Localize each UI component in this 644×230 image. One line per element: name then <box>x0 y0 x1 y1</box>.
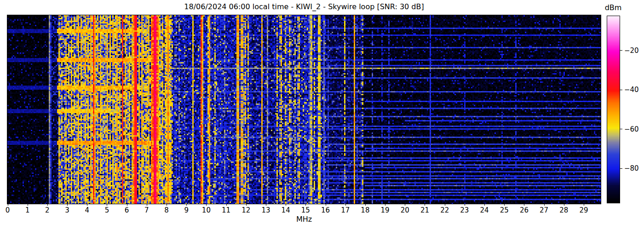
x-tick-label: 12 <box>238 206 254 214</box>
x-tick-label: 8 <box>158 206 175 214</box>
x-tick-label: 19 <box>377 206 393 214</box>
colorbar-tick-label: −80 <box>624 164 643 172</box>
x-tick-label: 1 <box>19 206 36 214</box>
x-tick-mark <box>107 204 107 206</box>
colorbar-tick-label: −40 <box>624 86 643 94</box>
x-tick-mark <box>8 204 8 206</box>
waterfall-canvas <box>7 15 601 204</box>
x-tick-mark <box>226 204 227 206</box>
x-tick-label: 5 <box>98 206 115 214</box>
x-tick-mark <box>445 204 445 206</box>
x-tick-mark <box>87 204 87 206</box>
x-axis-label: MHz <box>7 215 601 224</box>
x-tick-label: 10 <box>198 206 214 214</box>
x-tick-mark <box>167 204 167 206</box>
x-tick-label: 23 <box>456 206 473 214</box>
colorbar-tick-mark <box>620 50 622 51</box>
x-tick-mark <box>186 204 187 206</box>
x-tick-mark <box>326 204 326 206</box>
x-tick-mark <box>385 204 385 206</box>
x-tick-mark <box>28 204 28 206</box>
x-tick-mark <box>266 204 266 206</box>
x-tick-label: 11 <box>218 206 235 214</box>
x-tick-label: 27 <box>536 206 552 214</box>
x-tick-label: 24 <box>476 206 493 214</box>
x-tick-label: 4 <box>79 206 95 214</box>
x-tick-label: 16 <box>317 206 334 214</box>
x-tick-mark <box>305 204 306 206</box>
x-tick-mark <box>465 204 465 206</box>
x-tick-mark <box>544 204 545 206</box>
x-tick-label: 22 <box>437 206 453 214</box>
x-tick-label: 0 <box>0 206 16 214</box>
x-tick-label: 29 <box>575 206 592 214</box>
colorbar-tick-mark <box>620 90 622 90</box>
x-tick-mark <box>405 204 405 206</box>
x-tick-mark <box>425 204 425 206</box>
colorbar-tick-label: −60 <box>624 125 643 133</box>
x-tick-label: 18 <box>357 206 374 214</box>
x-tick-label: 20 <box>397 206 413 214</box>
x-tick-mark <box>564 204 564 206</box>
x-tick-mark <box>47 204 48 206</box>
x-tick-label: 9 <box>178 206 195 214</box>
colorbar-gradient-canvas <box>607 16 620 203</box>
x-tick-label: 13 <box>258 206 274 214</box>
x-tick-mark <box>345 204 346 206</box>
x-tick-label: 17 <box>337 206 354 214</box>
x-tick-mark <box>524 204 524 206</box>
x-tick-label: 26 <box>516 206 532 214</box>
colorbar-tick-mark <box>620 168 622 169</box>
x-tick-label: 14 <box>277 206 294 214</box>
x-tick-label: 3 <box>59 206 75 214</box>
x-tick-label: 21 <box>416 206 433 214</box>
x-tick-mark <box>246 204 247 206</box>
x-tick-mark <box>127 204 127 206</box>
colorbar-unit-label: dBm <box>604 3 623 12</box>
x-tick-mark <box>286 204 286 206</box>
x-tick-label: 28 <box>556 206 572 214</box>
spectrogram-figure: 18/06/2024 06:00 local time - KIWI_2 - S… <box>0 0 644 230</box>
x-tick-label: 7 <box>138 206 155 214</box>
x-tick-label: 25 <box>496 206 512 214</box>
x-tick-mark <box>584 204 584 206</box>
x-tick-mark <box>484 204 485 206</box>
x-tick-label: 6 <box>119 206 135 214</box>
colorbar-tick-label: −20 <box>624 46 643 55</box>
x-tick-mark <box>67 204 68 206</box>
x-tick-mark <box>206 204 207 206</box>
colorbar-tick-mark <box>620 129 622 129</box>
chart-title: 18/06/2024 06:00 local time - KIWI_2 - S… <box>7 2 601 11</box>
colorbar <box>607 16 620 203</box>
waterfall-plot-area <box>7 15 601 204</box>
x-tick-mark <box>365 204 366 206</box>
x-tick-label: 2 <box>39 206 56 214</box>
x-tick-mark <box>147 204 147 206</box>
x-tick-label: 15 <box>297 206 314 214</box>
x-tick-mark <box>504 204 505 206</box>
